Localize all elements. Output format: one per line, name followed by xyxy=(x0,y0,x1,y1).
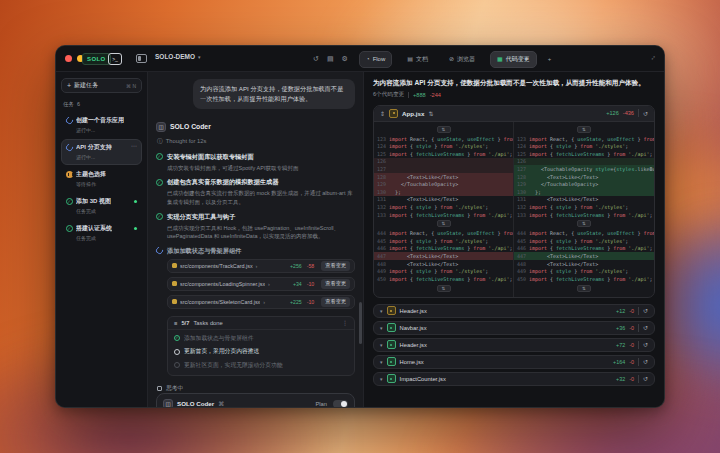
settings-icon[interactable]: ⚙ xyxy=(342,53,348,65)
expand-lines-button[interactable]: ⇅ xyxy=(577,220,591,227)
diff-line: 123import React, { useState, useEffect }… xyxy=(374,135,513,143)
file-icon xyxy=(172,263,177,268)
expand-chevron-icon[interactable]: ▾ xyxy=(380,308,383,314)
tab-label: 浏览器 xyxy=(457,55,475,64)
expand-lines-button[interactable]: ⇅ xyxy=(577,285,591,292)
diff-line: 127 xyxy=(374,165,513,173)
line-code: import { style } from './styles'; xyxy=(529,204,654,210)
changed-file-row[interactable]: ▾Home.jsx+164-0↺ xyxy=(373,355,655,369)
chevron-right-icon: › xyxy=(263,299,265,305)
tab-+[interactable]: + xyxy=(546,51,554,68)
console-icon[interactable]: >_ xyxy=(108,53,122,65)
expand-chevron-icon[interactable]: ▾ xyxy=(380,342,383,348)
task-status: 任务完成 xyxy=(76,208,137,214)
step-detail: 已成功创建包含真实流行音乐数据的 mock 数据生成器，并通过 album-ar… xyxy=(167,189,355,206)
sidebar-task[interactable]: API 分页支持进行中...⋯ xyxy=(61,139,142,165)
diff-line: 124import { style } from './styles'; xyxy=(374,142,513,150)
thought-row[interactable]: ⓘ Thought for 12s xyxy=(157,137,355,146)
expand-chevron-icon[interactable]: ▾ xyxy=(380,325,383,331)
kebab-menu-icon[interactable]: ⋮ xyxy=(342,319,348,326)
lines-removed: -58 xyxy=(307,263,315,269)
step-header[interactable]: 实现分页实用工具与钩子 xyxy=(156,213,355,221)
task-item-status-icon xyxy=(174,349,180,355)
project-switcher[interactable]: SOLO-DEMO ▾ xyxy=(155,53,201,60)
task-status-icon xyxy=(65,116,75,126)
task-card-item[interactable]: 更新首页，采用分页内容推送 xyxy=(174,347,348,356)
tab-label: 代码变更 xyxy=(506,55,530,64)
view-changes-button[interactable]: 查看变更 xyxy=(321,261,350,271)
task-list: 创建一个音乐应用进行中...API 分页支持进行中...⋯主题色选择等待操作添加… xyxy=(61,112,142,246)
history-icon[interactable]: ↺ xyxy=(313,53,319,65)
tasks-count: 6 xyxy=(77,101,80,108)
changed-file-row[interactable]: ▾Header.jsx+72-0↺ xyxy=(373,338,655,352)
task-item-status-icon xyxy=(174,335,180,341)
expand-lines-button[interactable]: ⇅ xyxy=(437,220,451,227)
sidebar-task[interactable]: 主题色选择等待操作 xyxy=(61,166,142,192)
line-code: import React, { useState, useEffect } fr… xyxy=(529,230,654,236)
lines-added: +34 xyxy=(293,281,302,287)
tab-代码变更[interactable]: ▦代码变更 xyxy=(490,51,537,68)
step-header[interactable]: 添加加载状态与骨架屏组件 xyxy=(156,247,355,255)
revert-file-icon[interactable]: ↺ xyxy=(643,375,648,382)
chat-scrollbar[interactable] xyxy=(359,302,362,344)
plan-toggle[interactable] xyxy=(333,400,348,408)
sidebar-toggle-icon[interactable] xyxy=(136,54,147,63)
file-name: Home.jsx xyxy=(400,359,424,365)
revert-file-icon[interactable]: ↺ xyxy=(643,110,648,117)
collapse-icon[interactable]: ⇕ xyxy=(380,110,385,117)
changed-file-row[interactable]: ▾ImpactCounter.jsx+32-0↺ xyxy=(373,372,655,386)
layout-icon[interactable]: ▤ xyxy=(327,53,334,65)
file-change-row[interactable]: src/components/LoadingSpinner.jsx›+34-10… xyxy=(167,277,355,291)
task-card-header[interactable]: ≡ 5/7 Tasks done ⋮ xyxy=(168,317,354,330)
step-header[interactable]: 安装专辑封面库以获取专辑封面 xyxy=(156,153,355,161)
task-card-item[interactable]: 添加加载状态与骨架屏组件 xyxy=(174,334,348,343)
expand-chevron-icon[interactable]: ▾ xyxy=(380,376,383,382)
agent-header: ◫ SOLO Coder xyxy=(156,122,355,132)
agent-step: 添加加载状态与骨架屏组件 xyxy=(156,247,355,255)
expand-lines-button[interactable]: ⇅ xyxy=(437,126,451,133)
diff-file-header[interactable]: ⇕ App.jsx ⇅ +126 -436 ↺ xyxy=(374,106,654,122)
diff-line: 128 <Text>Like</Text> xyxy=(374,173,513,181)
view-changes-button[interactable]: 查看变更 xyxy=(321,297,350,307)
tab-浏览器[interactable]: ⊘浏览器 xyxy=(443,51,481,68)
expand-chevron-icon[interactable]: ▾ xyxy=(380,359,383,365)
line-code: <TouchableOpacity style={styles.likeBut xyxy=(529,166,654,172)
expand-lines-button[interactable]: ⇅ xyxy=(577,126,591,133)
nav-changes-icon[interactable]: ⇅ xyxy=(428,110,433,117)
line-code: import { style } from './styles'; xyxy=(389,268,513,274)
composer-header: ◫ SOLO Coder ⌘ Plan xyxy=(163,399,348,408)
plus-icon: + xyxy=(67,82,71,89)
revert-file-icon[interactable]: ↺ xyxy=(643,341,648,348)
diff-line: 444import React, { useState, useEffect }… xyxy=(514,229,654,237)
revert-file-icon[interactable]: ↺ xyxy=(643,324,648,331)
revert-file-icon[interactable]: ↺ xyxy=(643,358,648,365)
view-changes-button[interactable]: 查看变更 xyxy=(321,279,350,289)
line-number: 129 xyxy=(514,181,529,187)
expand-panel-icon[interactable]: ↕ xyxy=(650,54,657,61)
switch-agent-icon[interactable]: ⌘ xyxy=(218,400,224,407)
sidebar-task[interactable]: 搭建认证系统任务完成 xyxy=(61,220,142,246)
step-header[interactable]: 创建包含真实音乐数据的模拟数据生成器 xyxy=(156,178,355,186)
revert-file-icon[interactable]: ↺ xyxy=(643,307,648,314)
composer-agent-name[interactable]: SOLO Coder xyxy=(177,400,214,407)
sidebar-task[interactable]: 创建一个音乐应用进行中... xyxy=(61,112,142,138)
expand-lines-button[interactable]: ⇅ xyxy=(437,285,451,292)
tab-Flow[interactable]: ◔Flow xyxy=(359,51,392,68)
file-change-row[interactable]: src/components/SkeletonCard.jsx›+225-10查… xyxy=(167,295,355,309)
sidebar-task[interactable]: 添加 3D 视图任务完成 xyxy=(61,193,142,219)
file-change-row[interactable]: src/components/TrackCard.jsx›+256-58查看变更 xyxy=(167,259,355,273)
new-task-button[interactable]: + 新建任务 ⌘ N xyxy=(61,78,142,93)
plan-label: Plan xyxy=(315,401,327,407)
file-status-icon xyxy=(387,374,396,383)
task-progress-label: Tasks done xyxy=(193,320,222,326)
changed-file-row[interactable]: ▾Header.jsx+12-0↺ xyxy=(373,304,655,318)
line-code: import { fetchLiveStreams } from './api'… xyxy=(529,212,654,218)
code-changes-panel: 为内容流添加 API 分页支持，使数据分批加载而不是一次性加载，从而提升性能和用… xyxy=(364,72,664,407)
changed-file-row[interactable]: ▾Navbar.jsx+36-0↺ xyxy=(373,321,655,335)
diff-line: 450import { fetchLiveStreams } from './a… xyxy=(514,275,654,283)
tab-文档[interactable]: ▤文档 xyxy=(401,51,434,68)
close-button[interactable] xyxy=(65,55,72,62)
task-title: API 分页支持 xyxy=(76,143,112,152)
more-icon[interactable]: ⋯ xyxy=(131,143,137,149)
task-card-item[interactable]: 更新社区页面，实现无限滚动分页功能 xyxy=(174,361,348,370)
